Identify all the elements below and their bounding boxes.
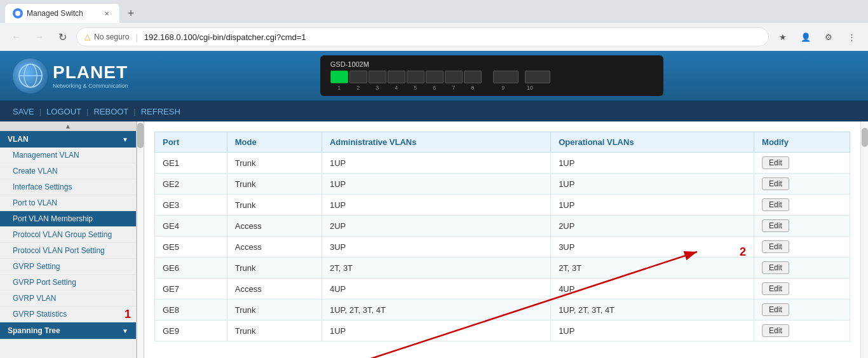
port-label-3: 3 (369, 85, 386, 91)
cell-admin-vlans: 1UP (322, 153, 550, 174)
port-label-9: 9 (491, 85, 516, 91)
table-row: GE9 Trunk 1UP 1UP Edit (155, 320, 850, 341)
cell-admin-vlans: 4UP (322, 279, 550, 299)
cell-mode: Access (227, 279, 322, 299)
cell-mode: Access (227, 237, 322, 258)
cell-port: GE1 (155, 153, 227, 174)
sidebar-item-interface-settings[interactable]: Interface Settings (0, 179, 136, 195)
cell-oper-vlans: 1UP (551, 320, 754, 341)
table-header-row: Port Mode Administrative VLANs Operation… (155, 132, 850, 153)
port-labels-sfp: 9 10 (491, 85, 553, 91)
port-3 (369, 71, 386, 83)
page: PLANET Networking & Communication GSD-10… (0, 51, 868, 358)
address-input[interactable]: △ No seguro | 192.168.0.100/cgi-bin/disp… (76, 27, 769, 46)
spanning-tree-section-header[interactable]: Spanning Tree ▼ (0, 322, 136, 339)
port-7 (445, 71, 463, 83)
cell-port: GE9 (155, 320, 227, 341)
cell-port: GE6 (155, 258, 227, 279)
edit-button[interactable]: Edit (762, 261, 789, 274)
switch-model: GSD-1002M (330, 60, 653, 68)
sidebar-item-gvrp-setting[interactable]: GVRP Setting (0, 259, 136, 275)
toolbar: SAVE | LOGOUT | REBOOT | REFRESH (0, 102, 868, 121)
col-admin-vlans: Administrative VLANs (322, 132, 550, 153)
table-row: GE7 Access 4UP 4UP Edit (155, 279, 850, 299)
port-label-5: 5 (407, 85, 424, 91)
edit-button[interactable]: Edit (762, 177, 789, 190)
logo: PLANET Networking & Communication (13, 59, 128, 93)
sidebar-item-protocol-vlan-group[interactable]: Protocol VLAN Group Setting (0, 227, 136, 243)
top-nav: PLANET Networking & Communication GSD-10… (0, 51, 868, 102)
cell-oper-vlans: 2UP (551, 216, 754, 237)
logout-button[interactable]: LOGOUT (44, 106, 84, 118)
cell-oper-vlans: 1UP, 2T, 3T, 4T (551, 299, 754, 320)
address-text: 192.168.0.100/cgi-bin/dispatcher.cgi?cmd… (144, 32, 306, 42)
reload-button[interactable]: ↻ (53, 28, 71, 46)
sidebar-item-port-to-vlan[interactable]: Port to VLAN (0, 195, 136, 211)
cell-port: GE7 (155, 279, 227, 299)
save-button[interactable]: SAVE (10, 106, 37, 118)
sep-2: | (86, 107, 88, 116)
port-5 (407, 71, 424, 83)
edit-button[interactable]: Edit (762, 219, 789, 232)
bookmark-button[interactable]: ★ (774, 28, 792, 46)
cell-oper-vlans: 1UP (551, 174, 754, 195)
port-sfp-10 (525, 71, 550, 83)
edit-button[interactable]: Edit (762, 303, 789, 316)
sidebar-item-create-vlan[interactable]: Create VLAN (0, 163, 136, 179)
table-row: GE3 Trunk 1UP 1UP Edit (155, 195, 850, 216)
edit-button[interactable]: Edit (762, 240, 789, 253)
port-label-8: 8 (464, 85, 482, 91)
menu-button[interactable]: ⋮ (843, 28, 860, 46)
port-1 (330, 71, 348, 83)
port-group-main (330, 71, 482, 83)
port-labels-main: 1 2 3 4 5 6 7 8 (330, 85, 482, 91)
browser-actions: ★ 👤 ⚙ ⋮ (774, 28, 860, 46)
sep-1: | (39, 107, 41, 116)
port-label-1: 1 (330, 85, 348, 91)
browser-tab[interactable]: Managed Switch ✕ (5, 4, 119, 23)
cell-modify: Edit (754, 153, 850, 174)
tab-close-button[interactable]: ✕ (102, 8, 112, 18)
annotation-1: 1 (125, 308, 131, 321)
cell-mode: Access (227, 216, 322, 237)
cell-admin-vlans: 2UP (322, 216, 550, 237)
port-label-7: 7 (445, 85, 463, 91)
sidebar-item-gvrp-vlan[interactable]: GVRP VLAN (0, 291, 136, 306)
new-tab-button[interactable]: + (122, 4, 140, 22)
extensions-button[interactable]: ⚙ (820, 28, 837, 46)
sidebar-item-gvrp-statistics[interactable]: GVRP Statistics 1 (0, 306, 136, 322)
sidebar-item-protocol-vlan-port[interactable]: Protocol VLAN Port Setting (0, 243, 136, 259)
scroll-up-indicator[interactable]: ▲ (0, 121, 136, 131)
back-button[interactable]: ← (8, 28, 25, 46)
sidebar-item-port-vlan-membership[interactable]: Port VLAN Membership (0, 211, 136, 227)
cell-admin-vlans: 1UP, 2T, 3T, 4T (322, 299, 550, 320)
cell-port: GE8 (155, 299, 227, 320)
main-scrollbar[interactable] (860, 121, 868, 358)
logo-name: PLANET (53, 62, 128, 83)
vlan-section-header[interactable]: VLAN ▼ (0, 131, 136, 148)
sidebar-item-management-vlan[interactable]: Management VLAN (0, 148, 136, 163)
port-label-6: 6 (426, 85, 444, 91)
spanning-tree-section-label: Spanning Tree (8, 326, 60, 335)
edit-button[interactable]: Edit (762, 156, 789, 169)
col-modify: Modify (754, 132, 850, 153)
profile-button[interactable]: 👤 (797, 28, 815, 46)
edit-button[interactable]: Edit (762, 198, 789, 211)
reboot-button[interactable]: REBOOT (91, 106, 131, 118)
edit-button[interactable]: Edit (762, 324, 789, 337)
cell-modify: Edit (754, 279, 850, 299)
port-group-sfp (491, 71, 553, 83)
logo-circle (13, 59, 48, 93)
cell-mode: Trunk (227, 195, 322, 216)
edit-button[interactable]: Edit (762, 282, 789, 295)
cell-oper-vlans: 2T, 3T (551, 258, 754, 279)
forward-button[interactable]: → (31, 28, 48, 46)
tab-title: Managed Switch (27, 9, 98, 18)
table-row: GE6 Trunk 2T, 3T 2T, 3T Edit (155, 258, 850, 279)
table-row: GE2 Trunk 1UP 1UP Edit (155, 174, 850, 195)
switch-display: GSD-1002M (128, 55, 855, 96)
refresh-button[interactable]: REFRESH (139, 106, 183, 118)
port-label-10: 10 (517, 85, 543, 91)
sidebar-scrollbar[interactable] (137, 121, 144, 358)
sidebar-item-gvrp-port-setting[interactable]: GVRP Port Setting (0, 275, 136, 291)
